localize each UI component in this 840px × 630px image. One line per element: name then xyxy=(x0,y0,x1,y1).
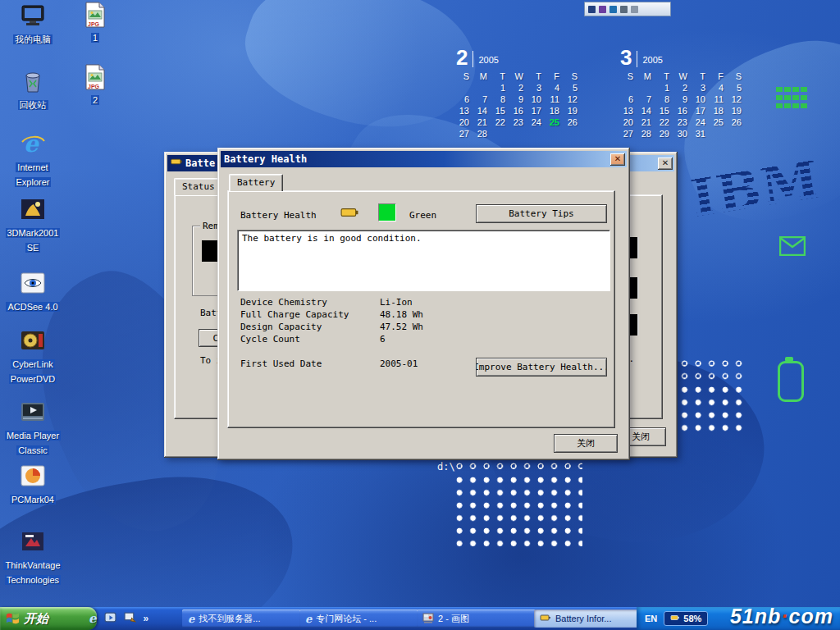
tab-battery[interactable]: Battery xyxy=(229,174,283,191)
first-used-value: 2005-01 xyxy=(380,358,418,369)
language-indicator[interactable]: EN xyxy=(645,614,657,623)
keyboard-icon[interactable] xyxy=(620,6,628,13)
taskbar-task-paint[interactable]: 2 - 画图 xyxy=(417,609,540,628)
calendar-cell: T xyxy=(692,71,710,82)
battery-health-dialog: Battery Health ✕ Battery Battery Health … xyxy=(217,148,630,460)
desktop-file-jpg-2[interactable]: JPG 2 xyxy=(72,64,118,107)
calendar-cell: 12 xyxy=(564,94,582,105)
calendar-month-number: 2 xyxy=(456,48,468,67)
windows-flag-icon xyxy=(6,611,20,627)
pen-icon[interactable] xyxy=(599,6,606,13)
media-player-quick-launch-icon[interactable] xyxy=(104,611,116,627)
condition-textbox[interactable]: The battery is in good condition. xyxy=(237,230,610,291)
calendar-cell: 20 xyxy=(456,116,474,128)
ie-quick-launch-icon[interactable]: e xyxy=(89,610,97,627)
taskbar-task-ie-forum[interactable]: e 专门网论坛 - ... xyxy=(299,609,422,628)
start-button[interactable]: 开始 xyxy=(0,607,97,630)
calendar-february: 2 2005 SMTWTFS12345678910111213141516171… xyxy=(456,46,586,139)
system-tray: EN 58% xyxy=(637,607,840,630)
calendar-cell xyxy=(492,128,510,139)
dot-pattern xyxy=(455,476,582,546)
calendar-cell: S xyxy=(728,71,746,82)
calendar-cell: 28 xyxy=(638,128,656,139)
info-value: 6 xyxy=(380,334,386,345)
calendar-cell: 27 xyxy=(456,128,474,139)
battery-health-titlebar[interactable]: Battery Health ✕ xyxy=(221,151,627,167)
calendar-cell: M xyxy=(474,71,492,82)
calendar-cell: 18 xyxy=(710,105,728,116)
ie-icon: e xyxy=(305,613,312,625)
show-desktop-icon[interactable] xyxy=(124,611,136,627)
calendar-cell: 9 xyxy=(674,94,692,105)
calendar-cell: 6 xyxy=(456,94,474,105)
battery-small-icon xyxy=(340,207,358,221)
improve-battery-health-button[interactable]: Improve Battery Health... xyxy=(476,358,607,377)
close-icon[interactable]: ✕ xyxy=(658,158,673,170)
calendar-cell: 5 xyxy=(564,82,582,94)
battery-tips-button[interactable]: Battery Tips xyxy=(476,204,607,223)
task-label: 2 - 画图 xyxy=(438,613,469,625)
calendar-march: 3 2005 SMTWTFS12345678910111213141516171… xyxy=(620,46,750,139)
powerdvd-icon xyxy=(19,326,47,354)
battery-health-label: Battery Health xyxy=(240,210,317,221)
calendar-cell: T xyxy=(492,71,510,82)
desktop-icon-pcmark04[interactable]: PCMark04 xyxy=(2,462,64,506)
first-used-label: First Used Date xyxy=(240,358,322,369)
calendar-cell: 8 xyxy=(656,94,674,105)
tab-status[interactable]: Status xyxy=(174,178,223,195)
health-status-text: Green xyxy=(409,210,436,221)
desktop-icon-my-computer[interactable]: 我的电脑 xyxy=(2,2,64,46)
desktop-icon-label: ACDSee 4.0 xyxy=(6,302,59,312)
close-button[interactable]: 关闭 xyxy=(554,434,618,453)
taskbar-task-ie-server-not-found[interactable]: e 找不到服务器... xyxy=(182,609,305,628)
calendar-cell xyxy=(638,82,656,94)
monitor-icon[interactable] xyxy=(609,6,617,13)
desktop-icon-media-player-classic[interactable]: Media Player Classic xyxy=(2,398,64,457)
calendar-cell: 4 xyxy=(546,82,564,94)
envelope-icon xyxy=(779,236,806,256)
calendar-cell: 11 xyxy=(710,94,728,105)
calendar-cell: 19 xyxy=(728,105,746,116)
speaker-icon[interactable] xyxy=(588,6,596,13)
calendar-cell: 25 xyxy=(710,116,728,128)
desktop-icon-label: CyberLink PowerDVD xyxy=(9,359,57,384)
quick-launch-overflow-chevron[interactable]: » xyxy=(144,610,149,627)
window-title: Batte xyxy=(185,155,215,171)
calendar-cell: 16 xyxy=(674,105,692,116)
close-icon[interactable]: ✕ xyxy=(610,153,625,166)
battery-tray-icon xyxy=(670,614,680,623)
desktop-icon-label: Media Player Classic xyxy=(5,431,61,455)
calendar-grid: SMTWTFS123456789101112131415161718192021… xyxy=(456,71,586,139)
3dmark2001-icon xyxy=(19,195,47,223)
desktop-icon-label: 回收站 xyxy=(18,100,48,110)
desktop-icon-thinkvantage[interactable]: ThinkVantage Technologies xyxy=(2,527,64,587)
info-label: Design Capacity xyxy=(240,322,322,332)
menu-icon[interactable] xyxy=(631,6,638,13)
desktop-icon-powerdvd[interactable]: CyberLink PowerDVD xyxy=(2,326,64,386)
calendar-cell: 23 xyxy=(674,116,692,128)
desktop-icon-label: PCMark04 xyxy=(10,495,56,504)
battery-level-indicator[interactable]: 58% xyxy=(664,611,708,626)
desktop-file-jpg-1[interactable]: JPG 1 xyxy=(72,2,118,44)
calendar-cell: 24 xyxy=(528,116,546,128)
calendar-cell: 19 xyxy=(564,105,582,116)
calendar-cell: 26 xyxy=(564,116,582,128)
task-label: 找不到服务器... xyxy=(199,613,260,625)
calendar-cell: 7 xyxy=(638,94,656,105)
desktop-icon-3dmark2001[interactable]: 3DMark2001 SE xyxy=(2,195,64,254)
ie-icon: e xyxy=(188,613,194,625)
calendar-cell: 30 xyxy=(674,128,692,139)
calendar-cell xyxy=(456,82,474,94)
wallpaper-decoration xyxy=(231,0,492,155)
desktop-icon-internet-explorer[interactable]: e Internet Explorer xyxy=(2,130,64,189)
calendar-cell: 7 xyxy=(474,94,492,105)
desktop-icon-recycle-bin[interactable]: 回收站 xyxy=(2,67,64,112)
calendar-cell xyxy=(564,128,582,139)
calendar-cell: 18 xyxy=(546,105,564,116)
recycle-bin-icon xyxy=(19,67,47,95)
calendar-cell xyxy=(528,128,546,139)
battery-outline-nub xyxy=(785,357,793,362)
desktop-icon-label: 3DMark2001 SE xyxy=(6,228,61,253)
calendar-cell: W xyxy=(674,71,692,82)
desktop-icon-acdsee[interactable]: ACDSee 4.0 xyxy=(2,269,64,313)
